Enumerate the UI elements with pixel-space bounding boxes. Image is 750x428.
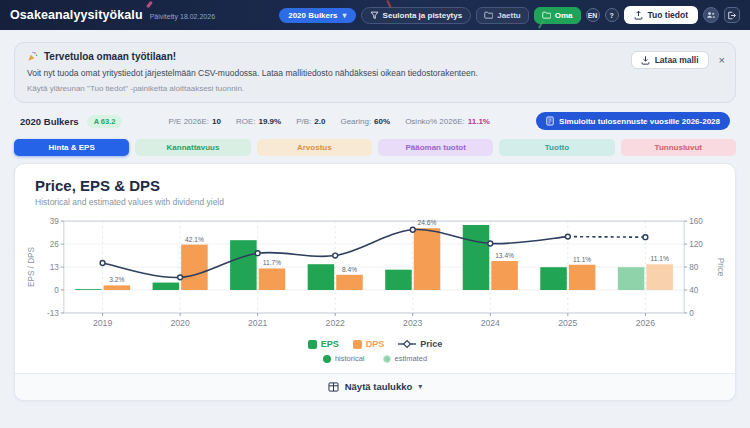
chart-tabs: Hinta & EPS Kannattavuus Arvostus Pääoma…: [14, 139, 736, 156]
stock-name: 2020 Bulkers: [20, 116, 79, 127]
banner-hint: Käytä yläreunan "Tuo tiedot" -painiketta…: [27, 84, 723, 93]
rating-badge: A 63.2: [87, 115, 123, 128]
stat-gearing: Gearing:60%: [340, 117, 390, 126]
filter-icon: [370, 11, 379, 20]
legend-price[interactable]: Price: [398, 339, 442, 349]
chevron-down-icon: ▾: [418, 382, 422, 391]
folder-icon: [484, 11, 493, 19]
topbar-actions: 2020 Bulkers ▾ Seulonta ja pisteytys Jae…: [279, 6, 740, 24]
eps-swatch: [308, 340, 317, 349]
svg-text:Price: Price: [716, 258, 725, 277]
calculator-icon: [546, 116, 554, 126]
dps-swatch: [353, 340, 362, 349]
chart-card: Price, EPS & DPS Historical and estimate…: [14, 163, 736, 401]
legend-dps[interactable]: DPS: [353, 339, 385, 349]
svg-text:2025: 2025: [558, 318, 577, 328]
close-icon[interactable]: ×: [719, 55, 725, 66]
estimated-dot: [383, 355, 391, 363]
stat-pb: P/B:2.0: [296, 117, 325, 126]
svg-text:3.2%: 3.2%: [109, 276, 124, 283]
svg-text:2024: 2024: [481, 318, 500, 328]
svg-text:-13: -13: [47, 309, 59, 318]
svg-text:80: 80: [689, 263, 699, 272]
simulate-forecast-button[interactable]: Simuloitu tulosennuste vuosille 2026-202…: [536, 112, 730, 130]
svg-text:160: 160: [689, 217, 703, 226]
stat-dividend-yield: Osinko% 2026E:11.1%: [405, 117, 490, 126]
stock-info-bar: 2020 Bulkers A 63.2 P/E 2026E:10 ROE:19.…: [20, 112, 730, 130]
historical-dot: [323, 355, 331, 363]
tab-arvostus[interactable]: Arvostus: [257, 139, 372, 156]
svg-text:11.1%: 11.1%: [573, 256, 591, 263]
logout-button[interactable]: [724, 7, 740, 23]
svg-text:0: 0: [54, 286, 59, 295]
svg-text:2022: 2022: [326, 318, 345, 328]
chart-canvas: 3926130-13160120804002019202020212022202…: [23, 215, 727, 335]
last-updated: Päivitetty 18.02.2026: [150, 13, 215, 20]
logout-icon: [727, 11, 737, 20]
users-icon: [706, 11, 716, 19]
stat-roe: ROE:19.9%: [236, 117, 281, 126]
tab-kannattavuus[interactable]: Kannattavuus: [135, 139, 250, 156]
svg-text:13.4%: 13.4%: [495, 252, 514, 259]
svg-text:2020: 2020: [170, 318, 189, 328]
legend-eps[interactable]: EPS: [308, 339, 339, 349]
download-template-button[interactable]: Lataa malli: [631, 51, 709, 69]
svg-text:11.1%: 11.1%: [651, 255, 669, 262]
chart-sublegend: historical estimated: [15, 354, 735, 363]
card-footer: Näytä taulukko ▾: [15, 373, 735, 400]
svg-text:EPS / DPS: EPS / DPS: [27, 247, 36, 287]
tab-paaoman-tuotot[interactable]: Pääoman tuotot: [378, 139, 493, 156]
party-popper-icon: [27, 51, 38, 62]
upload-icon: [634, 10, 643, 20]
price-eps-dps-chart: 3926130-13160120804002019202020212022202…: [15, 207, 735, 335]
banner-text: Voit nyt tuoda omat yritystiedot järjest…: [27, 68, 723, 78]
svg-text:2021: 2021: [248, 318, 267, 328]
screening-button[interactable]: Seulonta ja pisteytys: [361, 7, 472, 24]
show-table-button[interactable]: Näytä taulukko ▾: [328, 381, 423, 392]
download-icon: [641, 55, 650, 65]
top-bar: Osakeanalyysityökalu Päivitetty 18.02.20…: [0, 0, 750, 30]
legend-estimated: estimated: [383, 354, 428, 363]
tab-tunnusluvut[interactable]: Tunnusluvut: [621, 139, 736, 156]
company-select[interactable]: 2020 Bulkers ▾: [279, 8, 355, 23]
key-stats: P/E 2026E:10 ROE:19.9% P/B:2.0 Gearing:6…: [169, 117, 490, 126]
welcome-banner: Tervetuloa omaan työtilaan! Lataa malli …: [14, 42, 736, 103]
app-title: Osakeanalyysityökalu: [10, 8, 143, 22]
svg-text:2023: 2023: [403, 318, 422, 328]
svg-text:40: 40: [689, 286, 699, 295]
chart-subtitle: Historical and estimated values with div…: [35, 197, 715, 207]
price-line-icon: [398, 340, 416, 348]
import-data-button[interactable]: Tuo tiedot: [624, 6, 698, 24]
svg-text:39: 39: [50, 217, 60, 226]
chart-legend: EPS DPS Price: [15, 339, 735, 349]
svg-text:42.1%: 42.1%: [185, 236, 204, 243]
svg-text:0: 0: [689, 309, 694, 318]
svg-text:8.4%: 8.4%: [342, 266, 357, 273]
legend-historical: historical: [323, 354, 365, 363]
tab-tuotto[interactable]: Tuotto: [499, 139, 614, 156]
svg-text:24.6%: 24.6%: [418, 219, 437, 226]
stat-pe: P/E 2026E:10: [169, 117, 221, 126]
svg-text:2026: 2026: [636, 318, 655, 328]
table-icon: [328, 382, 339, 392]
help-button[interactable]: ?: [605, 8, 619, 22]
folder-icon: [542, 11, 551, 19]
svg-text:13: 13: [50, 263, 60, 272]
language-button[interactable]: EN: [586, 8, 600, 22]
banner-title: Tervetuloa omaan työtilaan!: [44, 51, 176, 62]
svg-text:26: 26: [50, 240, 60, 249]
svg-text:11.7%: 11.7%: [263, 259, 281, 266]
svg-text:2019: 2019: [93, 318, 112, 328]
svg-text:120: 120: [689, 240, 703, 249]
users-button[interactable]: [703, 7, 719, 23]
shared-folder-button[interactable]: Jaettu: [476, 7, 529, 24]
chart-title: Price, EPS & DPS: [35, 177, 715, 194]
tab-hinta-eps[interactable]: Hinta & EPS: [14, 139, 129, 156]
chevron-down-icon: ▾: [343, 11, 347, 20]
brand: Osakeanalyysityökalu Päivitetty 18.02.20…: [10, 8, 215, 22]
